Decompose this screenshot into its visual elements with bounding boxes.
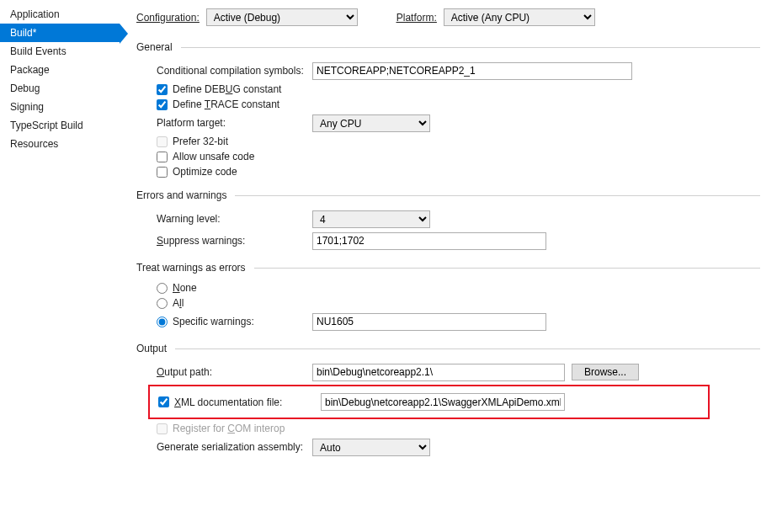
platform-target-select[interactable]: Any CPU <box>312 114 430 132</box>
optimize-code-checkbox[interactable] <box>157 167 168 178</box>
browse-button[interactable]: Browse... <box>572 364 639 380</box>
serialize-label: Generate serialization assembly: <box>157 441 312 453</box>
configuration-select[interactable]: Active (Debug) <box>206 8 358 26</box>
com-interop-checkbox <box>157 423 168 434</box>
section-title-general: General <box>136 41 173 53</box>
treat-none-radio[interactable] <box>157 283 168 294</box>
section-general: General Conditional compilation symbols:… <box>136 41 760 178</box>
platform-select[interactable]: Active (Any CPU) <box>444 8 595 26</box>
platform-target-label: Platform target: <box>157 117 312 129</box>
treat-none-label: None <box>173 282 197 294</box>
cond-symbols-input[interactable] <box>312 62 632 80</box>
cond-symbols-label: Conditional compilation symbols: <box>157 65 312 77</box>
divider <box>254 268 760 269</box>
section-output: Output Output path: Browse... XML docume… <box>136 343 760 456</box>
output-path-input[interactable] <box>312 364 565 381</box>
define-debug-label: Define DEBUG constant <box>173 83 281 95</box>
sidebar-item-build-events[interactable]: Build Events <box>0 42 120 61</box>
optimize-code-label: Optimize code <box>173 166 237 178</box>
serialize-select[interactable]: Auto <box>312 439 430 456</box>
sidebar-item-signing[interactable]: Signing <box>0 98 120 116</box>
output-path-label: Output path: <box>157 366 312 378</box>
divider <box>181 47 760 48</box>
allow-unsafe-checkbox[interactable] <box>157 152 168 162</box>
treat-all-label: All <box>173 297 184 309</box>
warning-level-select[interactable]: 4 <box>312 210 430 228</box>
section-title-treat: Treat warnings as errors <box>136 262 246 274</box>
com-interop-label: Register for COM interop <box>173 423 285 434</box>
define-trace-label: Define TRACE constant <box>173 98 279 110</box>
section-title-output: Output <box>136 343 167 354</box>
divider <box>235 195 760 196</box>
xml-doc-checkbox[interactable] <box>158 396 169 407</box>
allow-unsafe-label: Allow unsafe code <box>173 151 254 162</box>
treat-specific-radio[interactable] <box>157 317 168 327</box>
sidebar-item-typescript-build[interactable]: TypeScript Build <box>0 116 120 135</box>
prefer-32bit-checkbox <box>157 136 168 147</box>
section-treat-warnings: Treat warnings as errors None All Specif… <box>136 262 760 331</box>
platform-label: Platform: <box>396 12 437 24</box>
section-title-errors: Errors and warnings <box>136 189 226 201</box>
sidebar: Application Build* Build Events Package … <box>0 0 120 532</box>
sidebar-item-resources[interactable]: Resources <box>0 135 120 153</box>
xml-doc-highlight: XML documentation file: <box>148 385 710 419</box>
sidebar-item-build[interactable]: Build* <box>0 24 120 42</box>
treat-specific-label: Specific warnings: <box>173 316 254 327</box>
configuration-label: Configuration: <box>136 12 200 24</box>
treat-specific-input[interactable] <box>312 313 546 331</box>
main-panel: Configuration: Active (Debug) Platform: … <box>120 0 777 532</box>
sidebar-item-application[interactable]: Application <box>0 5 120 24</box>
divider <box>175 348 760 349</box>
treat-all-radio[interactable] <box>157 298 168 309</box>
define-debug-checkbox[interactable] <box>157 84 168 95</box>
config-platform-row: Configuration: Active (Debug) Platform: … <box>136 8 760 26</box>
prefer-32bit-label: Prefer 32-bit <box>173 136 228 147</box>
sidebar-item-debug[interactable]: Debug <box>0 79 120 98</box>
suppress-warnings-label: Suppress warnings: <box>157 235 312 247</box>
warning-level-label: Warning level: <box>157 213 312 225</box>
define-trace-checkbox[interactable] <box>157 99 168 110</box>
xml-doc-label: XML documentation file: <box>174 396 316 408</box>
section-errors: Errors and warnings Warning level: 4 Sup… <box>136 189 760 250</box>
xml-doc-input[interactable] <box>321 393 565 411</box>
sidebar-item-package[interactable]: Package <box>0 61 120 79</box>
suppress-warnings-input[interactable] <box>312 232 546 250</box>
